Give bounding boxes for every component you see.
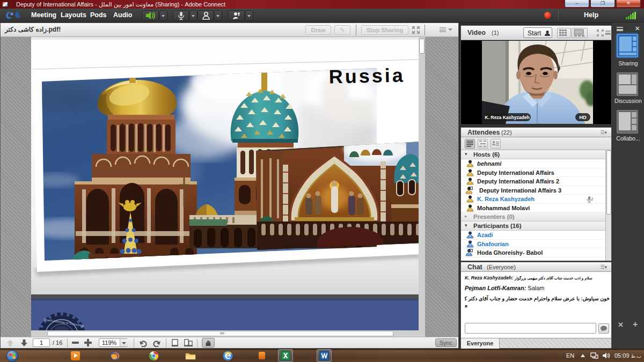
svg-text:Russia: Russia (328, 64, 405, 87)
svg-text:K. Reza Kashyzadeh: K. Reza Kashyzadeh (485, 115, 530, 120)
svg-text:HD: HD (579, 114, 587, 120)
